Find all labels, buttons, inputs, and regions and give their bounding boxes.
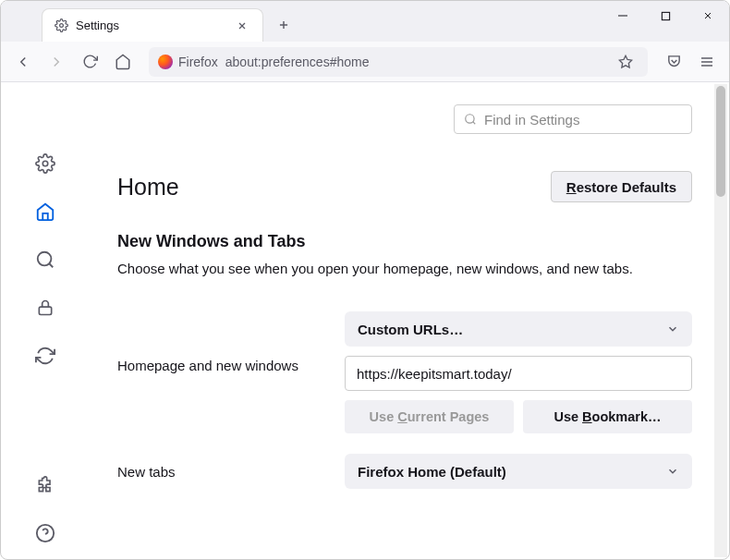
svg-line-20 [473, 122, 476, 125]
reload-button[interactable] [75, 47, 104, 77]
settings-search-input[interactable] [484, 112, 682, 128]
maximize-button[interactable] [644, 1, 687, 30]
firefox-logo-icon [158, 55, 173, 69]
close-window-button[interactable] [687, 1, 729, 30]
svg-rect-16 [39, 307, 51, 314]
newtabs-mode-select[interactable]: Firefox Home (Default) [345, 454, 692, 489]
svg-marker-9 [619, 55, 631, 67]
homepage-url-input[interactable] [345, 356, 692, 391]
minimize-button[interactable] [602, 1, 644, 30]
svg-line-15 [49, 263, 53, 267]
content-area: Home Restore Defaults New Windows and Ta… [1, 82, 729, 559]
svg-point-13 [43, 161, 48, 166]
new-tab-button[interactable] [269, 10, 298, 40]
page-title: Home [117, 174, 179, 201]
gear-icon [54, 18, 68, 33]
section-description: Choose what you see when you open your h… [117, 259, 692, 278]
use-current-pages-button[interactable]: Use Current Pages [345, 400, 514, 433]
nav-toolbar: Firefox about:preferences#home [1, 42, 729, 82]
chevron-down-icon [666, 465, 679, 478]
select-value: Custom URLs… [358, 322, 463, 337]
sidebar-item-privacy[interactable] [27, 289, 64, 326]
sidebar-item-extensions[interactable] [27, 467, 64, 504]
window-controls [602, 1, 729, 42]
sidebar-item-general[interactable] [27, 145, 64, 182]
home-button[interactable] [108, 47, 138, 77]
forward-button[interactable] [42, 47, 71, 77]
use-bookmark-button[interactable]: Use Bookmark… [523, 400, 692, 433]
scrollbar[interactable] [714, 84, 727, 557]
app-menu-button[interactable] [692, 47, 722, 77]
identity-label: Firefox [178, 55, 218, 69]
back-button[interactable] [8, 47, 38, 77]
preferences-sidebar [1, 82, 90, 559]
sidebar-item-sync[interactable] [27, 337, 64, 374]
tab-settings[interactable]: Settings [42, 8, 263, 42]
chevron-down-icon [666, 323, 679, 335]
main-content: Home Restore Defaults New Windows and Ta… [90, 82, 729, 559]
close-tab-button[interactable] [233, 17, 251, 35]
svg-point-19 [466, 115, 474, 123]
settings-search-box[interactable] [454, 104, 692, 134]
sidebar-item-search[interactable] [27, 241, 64, 278]
bookmark-star-button[interactable] [613, 49, 639, 75]
restore-defaults-button[interactable]: Restore Defaults [551, 171, 692, 202]
pocket-button[interactable] [659, 47, 688, 77]
sidebar-item-support[interactable] [27, 515, 64, 552]
scrollbar-thumb[interactable] [716, 86, 725, 197]
homepage-mode-select[interactable]: Custom URLs… [345, 311, 692, 347]
titlebar: Settings [1, 1, 729, 42]
select-value: Firefox Home (Default) [358, 464, 506, 480]
section-title: New Windows and Tabs [117, 232, 692, 251]
homepage-label: Homepage and new windows [117, 311, 330, 373]
identity-box[interactable]: Firefox [158, 55, 218, 69]
search-icon [464, 113, 477, 126]
url-bar[interactable]: Firefox about:preferences#home [149, 47, 648, 77]
svg-point-0 [59, 24, 63, 28]
newtabs-label: New tabs [117, 464, 330, 480]
svg-rect-6 [662, 12, 669, 19]
svg-point-14 [38, 252, 52, 266]
tab-label: Settings [76, 18, 233, 32]
url-text: about:preferences#home [225, 55, 613, 69]
sidebar-item-home[interactable] [27, 193, 64, 230]
